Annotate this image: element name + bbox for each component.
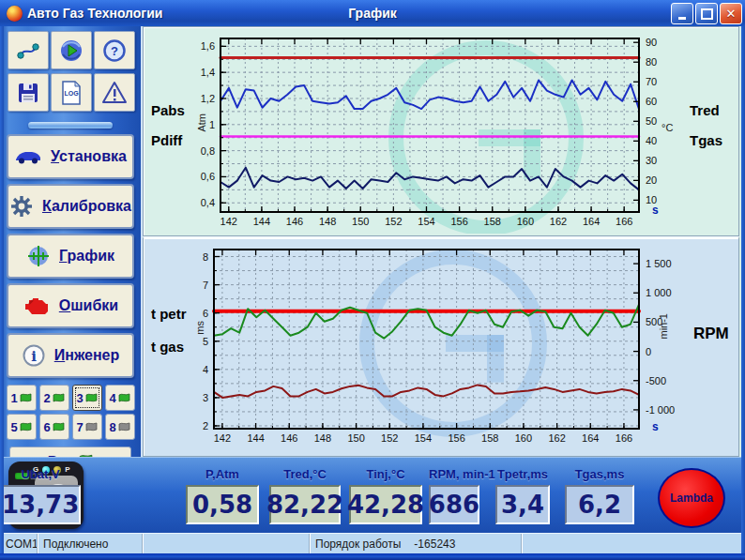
pressure-temperature-chart[interactable]: 1421441461481501521541561581601621641660… <box>143 26 739 236</box>
min1-unit-label: min-1 <box>658 313 669 340</box>
svg-text:1: 1 <box>209 119 215 130</box>
flag-icon <box>20 393 32 403</box>
channel-button-4[interactable]: 4 <box>105 385 135 411</box>
minimize-button[interactable] <box>671 3 693 24</box>
app-title: Авто Газ Технологии <box>27 6 162 21</box>
save-icon <box>17 82 39 104</box>
svg-text:160: 160 <box>517 216 534 227</box>
svg-text:152: 152 <box>385 216 402 227</box>
channel-button-7[interactable]: 7 <box>72 414 102 440</box>
graph-icon <box>26 244 51 268</box>
svg-text:?: ? <box>111 44 118 58</box>
app-logo-icon <box>7 6 23 22</box>
lambda-button[interactable]: Lambda <box>658 468 725 528</box>
svg-text:146: 146 <box>286 216 303 227</box>
status-bar: COM1 Подключено Порядок работы -165243 <box>0 533 745 554</box>
flag-icon <box>118 422 130 432</box>
warning-icon <box>101 81 128 104</box>
rpm-value: 686 <box>429 485 479 524</box>
channel-button-1[interactable]: 1 <box>7 385 37 411</box>
sidebar-item-errors[interactable]: Ошибки <box>7 283 134 328</box>
injection-rpm-chart[interactable]: 1421441461481501521541561581601621641662… <box>143 236 739 457</box>
engine-icon <box>23 295 51 316</box>
channel-button-2[interactable]: 2 <box>39 385 69 411</box>
channel-button-5[interactable]: 5 <box>7 414 37 440</box>
log-button[interactable]: LOG <box>51 73 92 112</box>
svg-text:150: 150 <box>352 216 369 227</box>
channel-button-6[interactable]: 6 <box>39 414 69 440</box>
svg-text:0,6: 0,6 <box>201 171 215 182</box>
tred-series-label: Tred <box>690 102 720 118</box>
readout-tred: Tred,°C 82,22 <box>269 467 341 524</box>
flag-icon <box>53 422 65 432</box>
window-border-left <box>0 26 4 553</box>
svg-text:1,6: 1,6 <box>201 40 215 52</box>
start-button[interactable] <box>51 31 92 69</box>
svg-text:30: 30 <box>646 155 657 166</box>
pressure-value: 0,58 <box>186 485 259 524</box>
readout-ubat: Ubat,V 13,73 <box>0 467 81 524</box>
window-border-bottom <box>0 553 745 560</box>
channel-button-8[interactable]: 8 <box>105 414 135 440</box>
readout-pressure: P,Atm 0,58 <box>186 467 259 524</box>
sidebar: ? LOG <box>0 26 143 457</box>
svg-text:164: 164 <box>583 216 600 227</box>
flag-icon <box>53 393 65 403</box>
rpm-series-label: RPM <box>693 325 729 343</box>
status-connection: Подключено <box>38 534 143 554</box>
svg-text:152: 152 <box>381 432 398 444</box>
svg-text:7: 7 <box>203 280 208 291</box>
channel-button-3[interactable]: 3 <box>72 385 102 411</box>
pressure-chart-plot: 1421441461481501521541561581601621641660… <box>144 27 740 234</box>
close-button[interactable]: ✕ <box>720 3 742 24</box>
maximize-icon <box>701 8 713 20</box>
svg-text:-500: -500 <box>646 375 666 386</box>
tred-value: 82,22 <box>269 485 341 524</box>
gear-icon <box>9 194 34 219</box>
svg-text:154: 154 <box>418 216 434 227</box>
flag-icon <box>118 393 130 403</box>
svg-text:162: 162 <box>550 216 567 227</box>
maximize-button[interactable] <box>695 3 718 24</box>
sidebar-item-calibration[interactable]: Калибровка <box>7 184 134 229</box>
svg-text:146: 146 <box>281 432 297 444</box>
svg-text:1,2: 1,2 <box>201 93 215 104</box>
sidebar-item-engineer[interactable]: i Инженер <box>7 333 134 378</box>
toolbar: ? LOG <box>0 26 141 112</box>
flag-icon <box>20 422 32 432</box>
svg-text:i: i <box>31 348 37 365</box>
connect-button[interactable] <box>8 31 49 69</box>
svg-text:5: 5 <box>203 336 208 347</box>
svg-text:80: 80 <box>646 56 657 68</box>
svg-text:166: 166 <box>616 432 632 444</box>
svg-text:1 000: 1 000 <box>646 287 672 298</box>
sidebar-item-graph[interactable]: График <box>7 234 134 279</box>
svg-text:s: s <box>652 420 659 433</box>
title-bar: Авто Газ Технологии График ✕ <box>0 0 745 26</box>
svg-text:4: 4 <box>203 364 208 375</box>
svg-text:156: 156 <box>450 216 467 227</box>
svg-text:20: 20 <box>646 174 657 186</box>
tgas-ms-series-label: t gas <box>151 339 184 355</box>
svg-text:164: 164 <box>582 432 599 444</box>
svg-text:8: 8 <box>203 251 208 263</box>
svg-text:150: 150 <box>347 432 364 444</box>
sidebar-divider <box>28 122 113 129</box>
save-button[interactable] <box>8 73 49 112</box>
info-icon: i <box>22 343 46 368</box>
svg-text:154: 154 <box>415 432 432 444</box>
svg-text:70: 70 <box>646 76 657 87</box>
channel-buttons: 1 2 3 4 5 6 7 8 <box>0 385 141 440</box>
warnings-button[interactable] <box>94 73 135 112</box>
svg-text:LOG: LOG <box>64 90 79 97</box>
status-mode-value: -165243 <box>414 537 455 551</box>
window-border-right <box>741 26 745 553</box>
svg-text:0,4: 0,4 <box>201 197 215 208</box>
sidebar-item-setup[interactable]: Установка <box>7 134 134 179</box>
help-button[interactable]: ? <box>94 31 135 69</box>
pabs-series-label: Pabs <box>151 102 185 118</box>
celsius-unit-label: °C <box>661 122 673 133</box>
flag-icon <box>85 393 98 403</box>
svg-text:160: 160 <box>515 432 532 444</box>
svg-text:-1 000: -1 000 <box>646 404 675 416</box>
